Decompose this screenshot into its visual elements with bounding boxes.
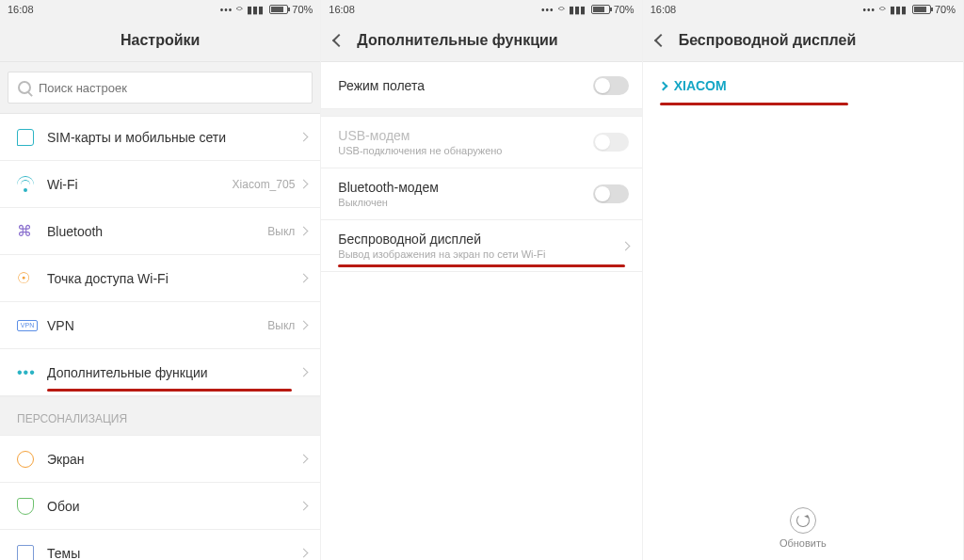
theme-icon xyxy=(17,545,34,561)
header-title: Беспроводной дисплей xyxy=(679,32,857,49)
row-bt-value: Выкл xyxy=(267,225,295,238)
status-icons: ••• ⌔ ▮▮▮ 70% xyxy=(220,4,313,16)
back-icon[interactable] xyxy=(332,33,345,46)
battery-icon xyxy=(591,5,610,14)
search-icon xyxy=(18,81,31,94)
section-personalization: ПЕРСОНАЛИЗАЦИЯ xyxy=(0,396,320,436)
row-usb-subtitle: USB-подключения не обнаружено xyxy=(338,145,592,156)
vpn-icon: VPN xyxy=(17,320,38,331)
row-vpn-title: VPN xyxy=(47,318,267,333)
row-hotspot[interactable]: ☉ Точка доступа Wi-Fi xyxy=(0,255,320,302)
status-bar: 16:08 ••• ⌔ ▮▮▮ 70% xyxy=(321,0,641,19)
chevron-right-icon xyxy=(620,241,630,250)
search-box[interactable] xyxy=(8,72,313,104)
more-functions-icon: ••• xyxy=(17,364,36,381)
refresh-button[interactable]: Обновить xyxy=(643,507,963,549)
more-icon: ••• xyxy=(541,5,554,15)
header-title: Дополнительные функции xyxy=(357,32,557,49)
status-time: 16:08 xyxy=(329,4,355,15)
row-screen-title: Экран xyxy=(47,452,300,467)
row-bt-title: Bluetooth xyxy=(47,224,267,239)
status-bar: 16:08 ••• ⌔ ▮▮▮ 70% xyxy=(0,0,320,19)
row-wireless-display[interactable]: Беспроводной дисплей Вывод изображения н… xyxy=(321,220,641,272)
row-hotspot-title: Точка доступа Wi-Fi xyxy=(47,271,300,286)
header-title: Настройки xyxy=(120,32,200,49)
device-item[interactable]: XIACOM xyxy=(643,62,963,109)
status-time: 16:08 xyxy=(8,4,34,15)
chevron-right-icon xyxy=(658,81,667,90)
chevron-right-icon xyxy=(299,227,309,236)
battery-icon xyxy=(912,5,931,14)
row-wdisp-title: Беспроводной дисплей xyxy=(338,232,621,247)
battery-icon xyxy=(269,5,288,14)
hotspot-icon: ☉ xyxy=(17,269,30,287)
status-icons: ••• ⌔ ▮▮▮ 70% xyxy=(541,4,635,16)
highlight-underline xyxy=(338,264,624,267)
chevron-right-icon xyxy=(299,133,309,142)
header-settings: Настройки xyxy=(0,19,320,62)
pane-more-functions: 16:08 ••• ⌔ ▮▮▮ 70% Дополнительные функц… xyxy=(321,0,642,560)
section-gap xyxy=(321,109,641,117)
battery-percent: 70% xyxy=(614,4,635,15)
chevron-right-icon xyxy=(299,549,309,558)
row-bluetooth[interactable]: ⌘ Bluetooth Выкл xyxy=(0,208,320,255)
row-btmodem-title: Bluetooth-модем xyxy=(338,180,592,195)
row-btmodem-subtitle: Выключен xyxy=(338,197,592,208)
status-bar: 16:08 ••• ⌔ ▮▮▮ 70% xyxy=(643,0,963,19)
search-input[interactable] xyxy=(39,81,302,95)
device-name: XIACOM xyxy=(674,78,727,93)
search-wrap xyxy=(0,62,320,114)
signal-icon: ▮▮▮ xyxy=(247,4,264,16)
row-wifi[interactable]: Wi-Fi Xiacom_705 xyxy=(0,161,320,208)
chevron-right-icon xyxy=(299,502,309,511)
refresh-icon xyxy=(790,507,816,534)
row-themes[interactable]: Темы xyxy=(0,530,320,560)
row-airplane-title: Режим полета xyxy=(338,78,592,93)
wifi-icon: ⌔ xyxy=(879,4,886,15)
more-icon: ••• xyxy=(862,5,876,15)
wifi-icon: ⌔ xyxy=(558,4,565,15)
bluetooth-icon: ⌘ xyxy=(17,224,32,239)
battery-percent: 70% xyxy=(292,4,313,15)
row-sim[interactable]: SIM-карты и мобильные сети xyxy=(0,114,320,161)
header-wdisp: Беспроводной дисплей xyxy=(643,19,963,62)
battery-percent: 70% xyxy=(935,4,956,15)
status-time: 16:08 xyxy=(651,4,677,15)
pane-settings: 16:08 ••• ⌔ ▮▮▮ 70% Настройки SIM-карты … xyxy=(0,0,321,560)
signal-icon: ▮▮▮ xyxy=(569,4,586,16)
screen-icon xyxy=(17,451,34,468)
highlight-underline xyxy=(660,103,848,105)
row-airplane[interactable]: Режим полета xyxy=(321,62,641,109)
row-more-title: Дополнительные функции xyxy=(47,365,300,380)
row-bt-modem[interactable]: Bluetooth-модем Выключен xyxy=(321,168,641,220)
row-screen[interactable]: Экран xyxy=(0,436,320,483)
signal-icon: ▮▮▮ xyxy=(890,4,907,16)
sim-icon xyxy=(17,129,34,146)
airplane-toggle[interactable] xyxy=(593,76,629,95)
chevron-right-icon xyxy=(299,321,309,330)
row-vpn-value: Выкл xyxy=(267,319,295,332)
chevron-right-icon xyxy=(299,274,309,283)
row-vpn[interactable]: VPN VPN Выкл xyxy=(0,302,320,349)
chevron-right-icon xyxy=(299,180,309,189)
row-wifi-value: Xiacom_705 xyxy=(233,178,296,191)
row-theme-title: Темы xyxy=(47,546,300,561)
row-wall-title: Обои xyxy=(47,499,300,514)
wifi-icon: ⌔ xyxy=(236,4,243,15)
refresh-label: Обновить xyxy=(779,537,827,549)
row-sim-title: SIM-карты и мобильные сети xyxy=(47,130,300,145)
more-icon: ••• xyxy=(220,5,233,15)
row-wdisp-subtitle: Вывод изображения на экран по сети Wi-Fi xyxy=(338,248,621,260)
row-usb-title: USB-модем xyxy=(338,128,592,143)
wifi-row-icon xyxy=(17,178,34,191)
wallpaper-icon xyxy=(17,498,34,515)
usb-toggle xyxy=(593,133,629,152)
row-more-functions[interactable]: ••• Дополнительные функции xyxy=(0,349,320,396)
back-icon[interactable] xyxy=(654,33,667,46)
pane-wireless-display: 16:08 ••• ⌔ ▮▮▮ 70% Беспроводной дисплей… xyxy=(643,0,964,560)
row-wifi-title: Wi-Fi xyxy=(47,177,233,192)
row-wallpaper[interactable]: Обои xyxy=(0,483,320,530)
header-more: Дополнительные функции xyxy=(321,19,641,62)
row-usb-modem: USB-модем USB-подключения не обнаружено xyxy=(321,117,641,168)
bt-modem-toggle[interactable] xyxy=(593,184,629,203)
